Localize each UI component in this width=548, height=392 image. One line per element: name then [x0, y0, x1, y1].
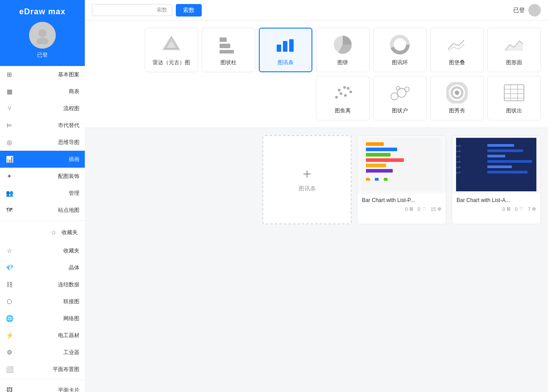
svg-point-31 [344, 94, 347, 97]
copy-icon-2: ⊕ [437, 206, 441, 212]
gallery-item-1[interactable]: Category A Category B Category C Categor… [452, 135, 541, 224]
sidebar-item-illustration[interactable]: 配图装饰 ✦ [0, 168, 85, 185]
user-avatar[interactable] [29, 22, 56, 49]
decor-icon: ✦ [5, 172, 14, 181]
svg-rect-51 [366, 153, 390, 157]
chart-type-section: 图形面 图堡叠 [85, 21, 548, 128]
app-logo: eDraw max [19, 7, 66, 17]
svg-rect-15 [504, 85, 524, 101]
like-icon-1: ♡ [519, 206, 523, 212]
gallery-item-2[interactable]: A B C Bar Chart with List-P... ⊕ 15 [357, 135, 446, 224]
svg-rect-41 [487, 155, 505, 157]
column-chart-icon [218, 34, 239, 55]
svg-point-27 [396, 87, 400, 90]
svg-rect-8 [289, 39, 294, 52]
search-button[interactable]: 索数 [176, 4, 202, 17]
svg-rect-52 [366, 158, 404, 162]
chart-type-grid: 图形面 图堡叠 [92, 28, 541, 120]
like-icon-2: ♡ [422, 206, 426, 212]
sidebar-item-favorites2[interactable]: 收藏夹 ☆ [0, 242, 85, 259]
svg-rect-54 [366, 169, 393, 173]
pie-chart-label: 图饼 [337, 59, 348, 66]
chart-type-column[interactable]: 图状柱 [202, 28, 255, 72]
scatter-chart-icon [332, 82, 353, 103]
chart-type-table[interactable]: 图状出 [487, 76, 541, 120]
gallery-add-button[interactable]: + 图讯条 [262, 135, 352, 224]
star-icon: ☆ [49, 228, 58, 237]
chart-type-bubble[interactable]: 图状户 [373, 76, 427, 120]
table-chart-label: 图状出 [506, 107, 522, 115]
svg-point-28 [335, 96, 338, 99]
comment-icon-1: ⊠ [506, 206, 511, 212]
chart-type-donut[interactable]: 图讯环 [373, 28, 427, 72]
chart-type-area[interactable]: 图形面 [487, 28, 541, 72]
svg-point-26 [405, 87, 409, 91]
column-chart-label: 图状柱 [220, 59, 237, 66]
table-chart-icon [503, 82, 525, 103]
chart-type-scatter[interactable]: 图鱼离 [316, 76, 369, 120]
topbar-avatar [528, 4, 541, 17]
chart-type-line[interactable]: 图堡叠 [430, 28, 484, 72]
svg-text:Category F: Category F [456, 171, 461, 174]
gallery-stats-2: ⊕ 15 ♡ 0 ⊠ 0 [362, 206, 441, 212]
svg-point-23 [455, 91, 459, 95]
chart-type-radar[interactable]: 雷达（元古）图 [145, 28, 198, 72]
chart-type-pie[interactable]: 图饼 [316, 28, 369, 72]
svg-rect-11 [220, 50, 234, 54]
sidebar-header: eDraw max 已登 [0, 0, 85, 66]
sidebar-item-favorites[interactable]: 收藏夹 ☆ [44, 225, 81, 239]
add-icon: + [303, 167, 311, 181]
sidebar-item-crystal[interactable]: 晶体 💎 [0, 259, 85, 276]
bubble-chart-label: 图状户 [392, 107, 408, 115]
gallery-thumb-2: A B C [357, 136, 446, 194]
sidebar-item-basic[interactable]: 基本图案 ⊞ [0, 66, 85, 83]
search-input[interactable]: 索数 [92, 4, 172, 16]
sidebar-item-industrial[interactable]: 工业器 ⚙ [0, 344, 85, 361]
grid-icon: ⊞ [5, 70, 14, 79]
sidebar-item-map[interactable]: 站点地图 🗺 [0, 202, 85, 219]
team-icon: 👥 [5, 189, 14, 198]
share-icon: ⑂ [5, 104, 14, 113]
chart-icon: 📊 [5, 155, 14, 164]
svg-rect-50 [366, 148, 397, 151]
topbar-username: 已登 [513, 6, 525, 14]
sidebar-item-flat[interactable]: 平面卡片 🖼 [0, 382, 85, 392]
wifi-icon: 🌐 [5, 314, 14, 323]
area-chart-label: 图形面 [506, 59, 522, 66]
sidebar-item-mindmap[interactable]: 思维导图 ◎ [0, 134, 85, 151]
sunburst-chart-label: 图秀夯 [449, 107, 465, 115]
sidebar-item-team[interactable]: 管理 👥 [0, 185, 85, 202]
pie-chart-icon [332, 34, 353, 55]
comment-count-2: ⊠ 0 [405, 206, 413, 212]
chart-type-bar[interactable]: 图讯条 [259, 28, 312, 72]
topbar: 已登 索数 索数 [85, 0, 548, 21]
sidebar-item-chart[interactable]: 插画 📊 [0, 151, 85, 168]
like-count-2: ♡ 0 [418, 206, 426, 212]
svg-rect-47 [487, 171, 527, 173]
electrical-icon: ⚡ [5, 331, 14, 340]
svg-text:Category A: Category A [456, 144, 461, 147]
gallery-thumb-1: Category A Category B Category C Categor… [452, 136, 540, 194]
gallery-section: Category A Category B Category C Categor… [85, 128, 548, 392]
sidebar-item-timeline[interactable]: 市代替代 ⊨ [0, 117, 85, 134]
mindmap-icon: ◎ [5, 138, 14, 147]
nav-divider-1 [0, 220, 85, 221]
chart-type-sunburst[interactable]: 图秀夯 [430, 76, 484, 120]
add-label: 图讯条 [299, 185, 316, 193]
sidebar-item-electrical[interactable]: 电工器材 ⚡ [0, 327, 85, 344]
network-icon: ⛓ [5, 280, 14, 289]
sidebar-item-internet[interactable]: 网络图 🌐 [0, 310, 85, 327]
sidebar-item-table[interactable]: 商表 ▦ [0, 83, 85, 100]
comment-count-1: ⊠ 0 [502, 206, 511, 212]
sidebar-item-flow[interactable]: 流程图 ⑂ [0, 100, 85, 117]
gallery-stats-1: ⊕ 7 ♡ 0 ⊠ 0 [457, 206, 536, 212]
svg-rect-37 [487, 144, 514, 147]
sidebar-item-network[interactable]: 连结数据 ⛓ [0, 276, 85, 293]
comment-icon-2: ⊠ [409, 206, 413, 212]
sidebar-item-floor[interactable]: 平面布置图 ⬜ [0, 361, 85, 378]
sidebar-item-diagram[interactable]: 联接图 ⬡ [0, 293, 85, 310]
user-name: 已登 [37, 51, 48, 59]
flat-icon: 🖼 [5, 386, 14, 392]
star-icon2: ☆ [5, 246, 14, 255]
area-chart-icon [503, 34, 525, 55]
